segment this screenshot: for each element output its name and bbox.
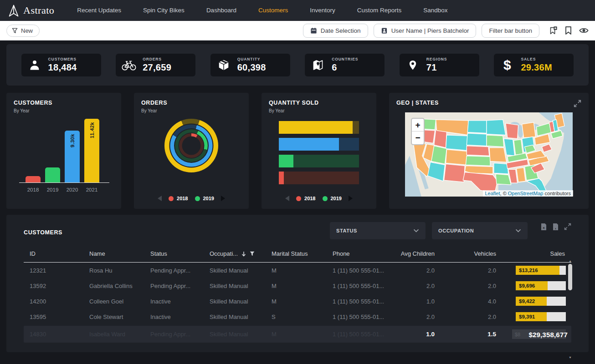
- osm-link[interactable]: OpenStreetMap: [508, 191, 544, 196]
- legend-item-2019[interactable]: 2019: [195, 196, 214, 201]
- cell-sales: $9,391: [500, 312, 571, 321]
- column-filter-icon[interactable]: [250, 251, 255, 256]
- table-row[interactable]: 13592 Gabriella Collins Pending Appr... …: [24, 278, 571, 293]
- legend-label: 2018: [304, 196, 315, 201]
- dropdown-label: STATUS: [336, 228, 357, 233]
- total-vehicles: 1.5: [438, 331, 500, 338]
- x-tick: 2021: [84, 187, 99, 192]
- sales-bar: $13,216: [516, 266, 566, 275]
- cell-occupation: Skilled Manual: [204, 267, 266, 274]
- cell-id: 14200: [24, 298, 83, 305]
- user-badge-icon: [381, 27, 388, 34]
- hbar-2020[interactable]: [279, 138, 359, 151]
- legend-item-2019[interactable]: 2019: [323, 196, 342, 201]
- table-row[interactable]: 14200 Colleen Goel Inactive Skilled Manu…: [24, 293, 571, 309]
- kpi-countries: COUNTRIES 6: [305, 54, 385, 76]
- hbar-2019[interactable]: [279, 155, 359, 167]
- bookmark-add-icon[interactable]: [549, 26, 558, 35]
- cell-vehicles: 2.0: [438, 283, 500, 289]
- export-csv-icon[interactable]: ,: [552, 223, 559, 231]
- legend-item-2018[interactable]: 2018: [169, 196, 188, 201]
- sales-bar: $9,422: [516, 297, 566, 306]
- donut-hole: [182, 136, 201, 155]
- hbar-fill: [279, 155, 293, 167]
- ghost-cell-phone: 1 (11) 500 555-01...: [327, 331, 390, 338]
- legend-dot-green: [323, 196, 328, 201]
- kpi-label: QUANTITY: [237, 57, 266, 61]
- nav-item-customers[interactable]: Customers: [247, 0, 299, 21]
- col-header-sales[interactable]: Sales: [500, 246, 571, 262]
- cell-occupation: Skilled Manual: [204, 313, 266, 320]
- zoom-out-button[interactable]: −: [412, 131, 424, 144]
- nav-item-custom-reports[interactable]: Custom Reports: [346, 0, 413, 21]
- brand[interactable]: Astrato: [8, 5, 54, 17]
- cell-status: Inactive: [144, 313, 204, 320]
- legend-label: 2018: [177, 196, 188, 201]
- cell-id: 13592: [24, 283, 83, 289]
- export-excel-icon[interactable]: x: [540, 223, 547, 231]
- filter-bar-button[interactable]: Filter bar button: [482, 24, 539, 38]
- bicycle-icon: [121, 59, 137, 71]
- col-header-phone[interactable]: Phone: [327, 246, 390, 262]
- scroll-down-arrow[interactable]: ▼: [569, 356, 572, 359]
- nav-item-dashboard[interactable]: Dashboard: [195, 0, 247, 21]
- sort-desc-icon[interactable]: [241, 251, 246, 257]
- legend-item-2018[interactable]: 2018: [296, 196, 315, 201]
- bar-chart-plot: 9.30k 11.42k: [26, 119, 100, 182]
- col-header-status[interactable]: Status: [144, 246, 204, 262]
- cell-status: Pending Appr...: [144, 283, 204, 289]
- kpi-customers: CUSTOMERS 18,484: [21, 54, 101, 76]
- bar-2018[interactable]: [26, 176, 41, 182]
- charts-row: CUSTOMERS By Year 9.30k 11.42k 2018 2019…: [6, 93, 589, 209]
- attribution-sep: , ©: [500, 191, 508, 196]
- table-totals-row: 14830 Isabella Ward Pending Appr... Skil…: [24, 326, 571, 343]
- table-action-icons: x ,: [540, 223, 571, 231]
- x-tick: 2019: [45, 187, 60, 192]
- bar-2021[interactable]: 11.42k: [84, 119, 99, 182]
- cell-name: Colleen Goel: [83, 298, 144, 305]
- nav-item-inventory[interactable]: Inventory: [299, 0, 346, 21]
- legend-next-arrow[interactable]: [349, 196, 353, 201]
- cell-children: 1.0: [390, 298, 438, 305]
- table-row[interactable]: 12321 Rosa Hu Pending Appr... Skilled Ma…: [24, 263, 571, 278]
- geo-states-card: GEO | STATES: [389, 93, 589, 209]
- leaflet-link[interactable]: Leaflet: [485, 191, 500, 196]
- col-header-vehicles[interactable]: Vehicles: [438, 246, 500, 262]
- occupation-filter-dropdown[interactable]: OCCUPATION: [432, 222, 528, 239]
- scrollbar-thumb[interactable]: [568, 264, 572, 290]
- expand-icon[interactable]: [574, 100, 581, 107]
- zoom-in-button[interactable]: +: [412, 119, 424, 131]
- table-scrollbar[interactable]: ▲ ▼: [567, 259, 573, 359]
- filter-toolbar: New Date Selection User Name | Piers Bat…: [0, 21, 595, 40]
- nav-item-spin-city-bikes[interactable]: Spin City Bikes: [132, 0, 195, 21]
- cell-marital: M: [266, 267, 327, 274]
- legend-prev-arrow[interactable]: [285, 196, 289, 201]
- nav-item-sandbox[interactable]: Sandbox: [412, 0, 458, 21]
- col-header-avg-children[interactable]: Avg Children: [390, 246, 438, 262]
- user-name-button[interactable]: User Name | Piers Batchelor: [374, 24, 477, 38]
- bar-2020[interactable]: 9.30k: [65, 131, 80, 182]
- donut-chart[interactable]: [164, 119, 218, 172]
- cell-children: 2.0: [390, 267, 438, 274]
- hbar-2018[interactable]: [279, 172, 359, 184]
- status-filter-dropdown[interactable]: STATUS: [330, 222, 426, 239]
- legend-prev-arrow[interactable]: [158, 196, 162, 201]
- bookmark-icon[interactable]: [564, 26, 572, 35]
- col-header-id[interactable]: ID: [24, 246, 83, 262]
- leaflet-map[interactable]: + − Leaflet, © OpenStreetMap contributor…: [405, 112, 573, 197]
- hbar-2021[interactable]: [279, 121, 359, 134]
- scroll-up-arrow[interactable]: ▲: [569, 259, 572, 263]
- cell-marital: S: [266, 313, 327, 320]
- col-header-marital-status[interactable]: Marital Status: [266, 246, 327, 262]
- legend-dot-red: [169, 196, 174, 201]
- expand-icon[interactable]: [564, 223, 571, 230]
- date-selection-button[interactable]: Date Selection: [303, 24, 368, 38]
- legend-next-arrow[interactable]: [221, 196, 225, 201]
- bar-2019[interactable]: [45, 167, 60, 182]
- new-filter-chip[interactable]: New: [6, 25, 40, 37]
- eye-icon[interactable]: [579, 27, 589, 34]
- col-header-name[interactable]: Name: [83, 246, 144, 262]
- nav-item-recent-updates[interactable]: Recent Updates: [66, 0, 132, 21]
- table-row[interactable]: 13595 Cole Stewart Inactive Skilled Manu…: [24, 309, 571, 324]
- col-header-occupation[interactable]: Occupati...: [204, 246, 266, 262]
